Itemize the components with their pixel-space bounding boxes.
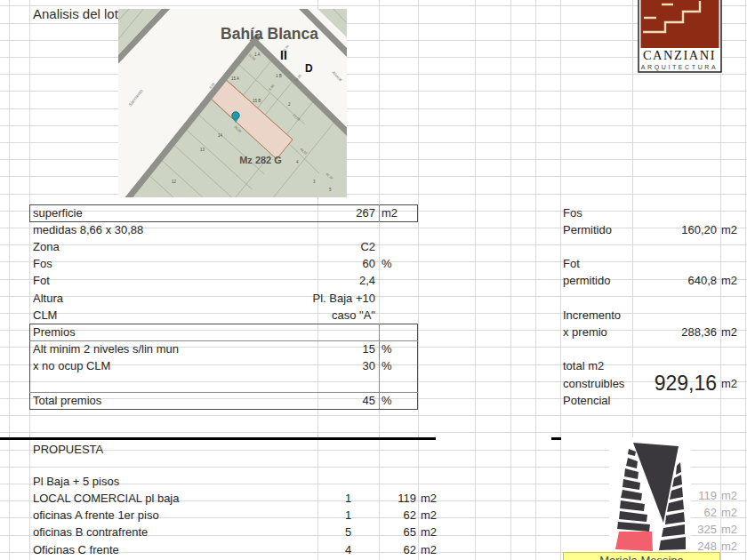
summary-value[interactable]: 160,20 (551, 221, 717, 238)
table-cell-label[interactable]: medidas 8,66 x 30,88 (33, 221, 143, 238)
section-divider-stub (551, 437, 561, 440)
table-cell-value[interactable]: 267 (309, 204, 375, 221)
gridline-v (29, 0, 30, 560)
summary-unit[interactable]: m2 (721, 375, 737, 392)
table-cell-label[interactable]: Fos (33, 255, 52, 272)
logo-square (641, 0, 719, 48)
lot-map-image[interactable]: Bahía BlancaIIDMz 282 GSarmientoAlvear1 … (118, 9, 347, 197)
gridline-v (9, 0, 10, 560)
gridline-h (0, 415, 747, 416)
company-logo[interactable]: CANZIANI ARQUITECTURA (635, 0, 724, 75)
massing-area-unit: m2 (721, 487, 737, 504)
sheet-note[interactable]: Analisis del lote (33, 4, 125, 23)
map-label: D (305, 62, 313, 75)
gridline-h (0, 194, 747, 195)
superficie-box-divider (379, 204, 380, 222)
summary-unit[interactable]: m2 (721, 324, 737, 340)
table-cell-label[interactable]: Premios (33, 324, 76, 340)
gridline-h (0, 159, 747, 160)
map-label: 1 B (276, 74, 282, 78)
table-cell-label[interactable]: x no ocup CLM (33, 357, 110, 374)
gridline-h (0, 432, 747, 433)
premios-box-divider (379, 324, 380, 409)
map-label: 12 (172, 180, 177, 184)
massing-area-unit: m2 (721, 504, 737, 521)
table-cell-value[interactable]: Pl. Baja +10 (309, 290, 375, 307)
table-cell-unit[interactable]: % (382, 392, 392, 409)
gridline-v (535, 0, 536, 560)
gridline-v (379, 0, 380, 560)
table-cell-unit[interactable]: % (382, 357, 392, 374)
summary-value[interactable]: 640,8 (551, 272, 717, 289)
table-cell-label[interactable]: CLM (33, 307, 57, 324)
propuesta-row-area[interactable]: 65 (356, 524, 416, 540)
table-cell-unit[interactable]: % (382, 255, 392, 272)
map-label: Mz 282 G (239, 155, 282, 165)
propuesta-row-unit[interactable]: m2 (421, 524, 437, 540)
logo-name: CANZIANI (643, 48, 716, 62)
table-cell-value[interactable]: caso "A" (309, 307, 375, 324)
gridline-v (510, 0, 511, 560)
summary-label-line1[interactable]: Fos (563, 204, 582, 221)
summary-value[interactable]: 288,36 (551, 324, 717, 340)
gridline-h (0, 142, 747, 143)
map-label: 15 B (253, 99, 261, 103)
table-cell-label[interactable]: Zona (33, 238, 60, 255)
gridline-h (0, 176, 747, 177)
map-label: 13 (200, 148, 205, 152)
propuesta-title[interactable]: PROPUESTA (33, 441, 103, 458)
spreadsheet: Analisis del lote (0, 0, 747, 560)
propuesta-row-label[interactable]: Oficinas C frente (33, 541, 119, 558)
table-cell-label[interactable]: Alt minim 2 niveles s/lin mun (33, 340, 179, 357)
map-label: 14 (218, 133, 223, 138)
propuesta-row-unit[interactable]: m2 (421, 490, 437, 507)
massing-area-unit: m2 (721, 538, 737, 555)
table-cell-label[interactable]: Total premios (33, 392, 101, 409)
propuesta-row-area[interactable]: 62 (356, 507, 416, 524)
propuesta-row-label[interactable]: oficinas A frente 1er piso (33, 507, 159, 524)
map-label: 1 A (254, 52, 261, 57)
summary-unit[interactable]: m2 (721, 272, 737, 289)
table-cell-label[interactable]: superficie (33, 204, 83, 221)
section-divider (0, 437, 436, 440)
propuesta-subtitle[interactable]: Pl Baja + 5 pisos (33, 473, 119, 490)
propuesta-row-unit[interactable]: m2 (421, 541, 437, 558)
gridline-v (745, 0, 746, 560)
table-cell-value[interactable]: 60 (309, 255, 375, 272)
map-label: Bahía Blanca (221, 25, 318, 43)
massing-area-value: 119 (658, 487, 717, 504)
table-cell-unit[interactable]: m2 (382, 204, 398, 221)
gridline-h (0, 125, 747, 126)
table-cell-value[interactable]: 45 (309, 392, 375, 409)
map-label: 15 A (231, 76, 239, 81)
table-cell-label[interactable]: Altura (33, 290, 63, 307)
propuesta-row-label[interactable]: LOCAL COMERCIAL pl baja (33, 490, 180, 507)
table-cell-value[interactable]: 30 (309, 357, 375, 374)
table-cell-unit[interactable]: % (382, 340, 392, 357)
propuesta-row-area[interactable]: 62 (356, 541, 416, 558)
summary-unit[interactable]: m2 (721, 221, 737, 238)
gridline-v (418, 0, 419, 560)
propuesta-row-area[interactable]: 119 (356, 490, 416, 507)
propuesta-row-label[interactable]: oficinas B contrafrente (33, 524, 148, 540)
table-cell-label[interactable]: Fot (33, 272, 50, 289)
gridline-h (0, 108, 747, 109)
massing-area-unit: m2 (721, 521, 737, 538)
propuesta-row-unit[interactable]: m2 (421, 507, 437, 524)
summary-label-line1[interactable]: Potencial (563, 392, 610, 409)
logo-subtitle: ARQUITECTURA (641, 64, 718, 71)
table-cell-value[interactable]: 2,4 (309, 272, 375, 289)
gridline-v (475, 0, 476, 560)
table-cell-value[interactable]: 15 (309, 340, 375, 357)
massing-area-value: 248 (658, 538, 717, 555)
table-cell-value[interactable]: C2 (309, 238, 375, 255)
summary-label-line1[interactable]: Incremento (563, 307, 621, 324)
massing-area-value: 62 (658, 504, 717, 521)
massing-pink-shape (615, 532, 653, 551)
summary-label-line1[interactable]: Fot (563, 255, 580, 272)
massing-area-value: 325 (658, 521, 717, 538)
gridline-h (0, 91, 747, 92)
